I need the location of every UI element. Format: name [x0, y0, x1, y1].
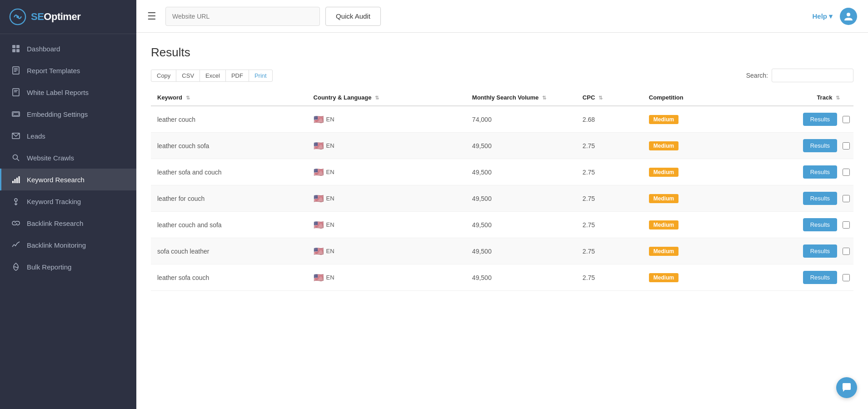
volume-cell: 74,000 — [466, 106, 576, 133]
results-button[interactable]: Results — [803, 113, 837, 126]
sort-icon: ⇅ — [599, 95, 603, 100]
country-language-cell: 🇺🇸 EN — [307, 238, 466, 264]
svg-line-17 — [17, 159, 20, 161]
sidebar-item-report-templates[interactable]: Report Templates — [0, 60, 136, 81]
csv-button[interactable]: CSV — [176, 70, 200, 82]
keyword-cell: leather sofa and couch — [151, 159, 307, 185]
volume-cell: 49,500 — [466, 264, 576, 291]
svg-rect-14 — [13, 113, 19, 115]
competition-cell: Medium — [643, 133, 738, 159]
sidebar-item-dashboard[interactable]: Dashboard — [0, 38, 136, 60]
flag-icon: 🇺🇸 — [314, 194, 324, 204]
sidebar-item-label: Keyword Research — [27, 176, 85, 184]
results-button[interactable]: Results — [803, 218, 837, 231]
excel-button[interactable]: Excel — [200, 70, 226, 82]
sidebar-item-leads[interactable]: Leads — [0, 125, 136, 147]
track-checkbox[interactable] — [843, 248, 850, 255]
flag-icon: 🇺🇸 — [314, 167, 324, 177]
keyword-cell: leather couch — [151, 106, 307, 133]
svg-point-1 — [16, 15, 19, 18]
user-avatar[interactable] — [840, 8, 857, 25]
country-language-cell: 🇺🇸 EN — [307, 212, 466, 238]
th-cpc[interactable]: CPC ⇅ — [576, 90, 643, 106]
competition-cell: Medium — [643, 159, 738, 185]
track-cell: Results — [738, 133, 853, 159]
search-input[interactable] — [772, 69, 853, 82]
sort-icon: ⇅ — [186, 95, 190, 100]
cpc-cell: 2.75 — [576, 133, 643, 159]
track-checkbox[interactable] — [843, 274, 850, 281]
logo-icon — [9, 8, 26, 25]
competition-cell: Medium — [643, 212, 738, 238]
website-crawls-icon — [11, 153, 20, 162]
results-button[interactable]: Results — [803, 271, 837, 284]
keyword-tracking-icon — [11, 197, 20, 206]
hamburger-menu[interactable]: ☰ — [147, 11, 156, 21]
keyword-research-icon — [11, 175, 20, 184]
copy-button[interactable]: Copy — [151, 70, 176, 82]
competition-badge: Medium — [649, 141, 678, 150]
cpc-cell: 2.75 — [576, 185, 643, 212]
country-language-cell: 🇺🇸 EN — [307, 185, 466, 212]
results-title: Results — [151, 45, 853, 60]
results-button[interactable]: Results — [803, 139, 837, 152]
print-button[interactable]: Print — [249, 70, 273, 82]
embedding-settings-icon — [11, 110, 20, 119]
language-code: EN — [326, 221, 334, 228]
competition-badge: Medium — [649, 194, 678, 203]
svg-rect-5 — [16, 49, 20, 52]
url-input[interactable] — [165, 7, 320, 26]
track-checkbox[interactable] — [843, 195, 850, 202]
search-label: Search: — [746, 72, 768, 79]
volume-cell: 49,500 — [466, 133, 576, 159]
sidebar-item-keyword-tracking[interactable]: Keyword Tracking — [0, 190, 136, 212]
sidebar-item-bulk-reporting[interactable]: Bulk Reporting — [0, 256, 136, 278]
sidebar-item-website-crawls[interactable]: Website Crawls — [0, 147, 136, 169]
volume-cell: 49,500 — [466, 159, 576, 185]
th-monthly-search-volume[interactable]: Monthly Search Volume ⇅ — [466, 90, 576, 106]
results-button[interactable]: Results — [803, 192, 837, 205]
keyword-cell: leather couch and sofa — [151, 212, 307, 238]
sort-icon: ⇅ — [375, 95, 379, 100]
th-competition: Competition — [643, 90, 738, 106]
white-label-reports-icon — [11, 88, 20, 97]
results-button[interactable]: Results — [803, 244, 837, 258]
competition-cell: Medium — [643, 106, 738, 133]
competition-badge: Medium — [649, 168, 678, 177]
quick-audit-button[interactable]: Quick Audit — [325, 7, 381, 26]
track-checkbox[interactable] — [843, 169, 850, 176]
logo[interactable]: SEOptimer — [0, 0, 136, 34]
track-checkbox[interactable] — [843, 116, 850, 123]
sidebar-item-backlink-monitoring[interactable]: Backlink Monitoring — [0, 234, 136, 256]
th-country-language[interactable]: Country & Language ⇅ — [307, 90, 466, 106]
sidebar-item-keyword-research[interactable]: Keyword Research — [0, 169, 136, 190]
content-area: Results Copy CSV Excel PDF Print Search:… — [136, 33, 868, 409]
brand-name: SEOptimer — [31, 11, 80, 23]
sidebar-item-label: Backlink Monitoring — [27, 241, 86, 249]
sidebar-item-white-label-reports[interactable]: White Label Reports — [0, 81, 136, 103]
svg-rect-4 — [12, 49, 15, 52]
pdf-button[interactable]: PDF — [225, 70, 249, 82]
results-table: Keyword ⇅ Country & Language ⇅ Monthly S… — [151, 90, 853, 291]
sidebar-item-embedding-settings[interactable]: Embedding Settings — [0, 103, 136, 125]
help-button[interactable]: Help ▾ — [812, 12, 833, 20]
competition-cell: Medium — [643, 264, 738, 291]
track-checkbox[interactable] — [843, 221, 850, 229]
backlink-monitoring-icon — [11, 240, 20, 249]
results-button[interactable]: Results — [803, 165, 837, 179]
flag-icon: 🇺🇸 — [314, 115, 324, 125]
track-checkbox[interactable] — [843, 142, 850, 150]
volume-cell: 49,500 — [466, 212, 576, 238]
sidebar-item-label: Report Templates — [27, 67, 80, 75]
sidebar-item-backlink-research[interactable]: Backlink Research — [0, 212, 136, 234]
chat-bubble[interactable] — [836, 377, 857, 398]
th-track[interactable]: Track ⇅ — [738, 90, 853, 106]
cpc-cell: 2.75 — [576, 212, 643, 238]
language-code: EN — [326, 248, 334, 254]
country-language-cell: 🇺🇸 EN — [307, 106, 466, 133]
cpc-cell: 2.68 — [576, 106, 643, 133]
table-row: leather sofa and couch 🇺🇸 EN 49,500 2.75… — [151, 159, 853, 185]
th-keyword[interactable]: Keyword ⇅ — [151, 90, 307, 106]
leads-icon — [11, 131, 20, 140]
backlink-research-icon — [11, 219, 20, 228]
